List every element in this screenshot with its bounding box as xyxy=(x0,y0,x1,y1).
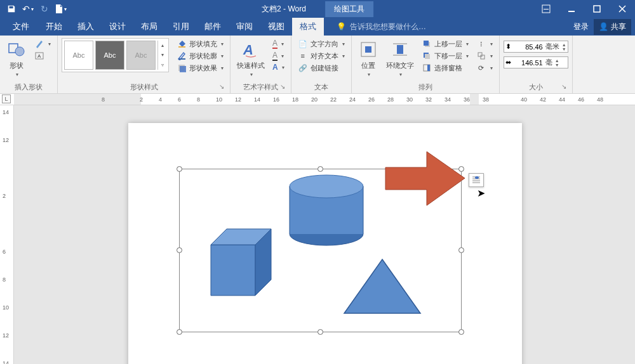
size-dialog-launcher[interactable]: ↘ xyxy=(559,83,568,92)
shape-cylinder[interactable] xyxy=(287,174,366,247)
redo-button[interactable]: ↻ xyxy=(37,1,52,16)
document-area: 1412268101214 ➤ xyxy=(0,105,635,364)
group-label-insert-shapes: 插入形状 xyxy=(4,81,53,93)
share-icon: 👤 xyxy=(599,22,608,31)
ruler-horizontal[interactable]: L 82468101214161820222426283032343638404… xyxy=(0,94,635,105)
quick-styles-label: 快速样式 xyxy=(237,61,265,70)
ribbon: 形状 ▾ ▾ A 插入形状 Abc Abc Abc ▴▾▿ 形状填充▾ 形状轮廓… xyxy=(0,36,635,94)
svg-point-5 xyxy=(15,47,24,56)
style-swatch-2[interactable]: Abc xyxy=(95,41,124,70)
svg-rect-8 xyxy=(178,46,185,48)
minimize-button[interactable] xyxy=(559,0,584,18)
svg-rect-9 xyxy=(178,58,185,60)
shape-fill-button[interactable]: 形状填充▾ xyxy=(174,38,226,49)
text-fill-button[interactable]: A▾ xyxy=(270,38,287,49)
tab-layout[interactable]: 布局 xyxy=(133,18,165,36)
position-icon xyxy=(358,39,378,60)
resize-handle-ml[interactable] xyxy=(177,247,182,253)
svg-rect-1 xyxy=(544,9,549,10)
shape-outline-button[interactable]: 形状轮廓▾ xyxy=(174,50,226,62)
text-outline-button[interactable]: A▾ xyxy=(270,50,287,62)
resize-handle-bm[interactable] xyxy=(318,329,323,335)
shape-arrow-right[interactable] xyxy=(382,148,468,209)
tab-view[interactable]: 视图 xyxy=(260,18,292,36)
tab-file[interactable]: 文件 xyxy=(4,18,38,36)
resize-handle-mr[interactable] xyxy=(458,247,464,253)
style-swatch-1[interactable]: Abc xyxy=(64,41,93,70)
layout-options-icon xyxy=(471,176,481,185)
edit-shape-button[interactable]: ▾ xyxy=(32,38,53,49)
text-direction-button[interactable]: 📄文字方向▾ xyxy=(295,38,347,49)
svg-rect-15 xyxy=(397,45,403,54)
tab-mailings[interactable]: 邮件 xyxy=(197,18,229,36)
resize-handle-tm[interactable] xyxy=(318,166,323,172)
wrap-text-button[interactable]: 环绕文字▾ xyxy=(384,38,417,79)
bring-forward-button[interactable]: 上移一层▾ xyxy=(419,38,471,49)
shape-cube[interactable] xyxy=(208,226,281,299)
shape-effects-button[interactable]: 形状效果▾ xyxy=(174,62,226,74)
create-link-button[interactable]: 🔗创建链接 xyxy=(295,62,347,74)
tab-review[interactable]: 审阅 xyxy=(229,18,260,36)
tab-format[interactable]: 格式 xyxy=(292,18,324,36)
text-box-button[interactable]: A xyxy=(32,50,53,62)
tell-me-search[interactable]: 💡 告诉我您想要做什么… xyxy=(337,18,426,36)
resize-handle-bl[interactable] xyxy=(177,329,182,335)
svg-rect-21 xyxy=(425,54,430,59)
shape-styles-dialog-launcher[interactable]: ↘ xyxy=(217,83,226,92)
close-button[interactable] xyxy=(610,0,635,18)
undo-button[interactable]: ↶▾ xyxy=(20,1,36,16)
tab-home[interactable]: 开始 xyxy=(38,18,70,36)
svg-rect-11 xyxy=(180,66,186,72)
group-button[interactable]: ▾ xyxy=(474,50,495,62)
rotate-icon: ⟳ xyxy=(476,63,486,73)
login-button[interactable]: 登录 xyxy=(573,22,589,32)
tab-design[interactable]: 设计 xyxy=(102,18,133,36)
ribbon-options-button[interactable] xyxy=(533,0,559,18)
title-center: 文档2 - Word 绘图工具 xyxy=(262,1,373,17)
align-icon: ⫶ xyxy=(476,39,486,49)
height-field[interactable] xyxy=(514,43,543,51)
resize-handle-tl[interactable] xyxy=(177,166,182,172)
text-effects-button[interactable]: A▾ xyxy=(270,62,287,72)
svg-rect-14 xyxy=(365,46,371,53)
shapes-gallery-button[interactable]: 形状 ▾ xyxy=(4,38,29,79)
svg-rect-19 xyxy=(424,41,429,46)
tab-selector[interactable]: L xyxy=(2,94,11,103)
share-button[interactable]: 👤 共享 xyxy=(594,19,631,35)
shapes-label: 形状 xyxy=(10,61,23,70)
forward-icon xyxy=(422,39,432,49)
text-direction-icon: 📄 xyxy=(298,39,308,49)
title-bar: ↶▾ ↻ ▾ 文档2 - Word 绘图工具 xyxy=(0,0,635,18)
quick-styles-button[interactable]: A 快速样式 ▾ xyxy=(234,38,267,79)
group-size: ⬍ 毫米 ▲▼ ⬌ 毫 ▲▼ 大小↘ xyxy=(500,36,573,93)
document-scroll[interactable]: ➤ xyxy=(14,105,635,364)
svg-rect-3 xyxy=(594,6,600,12)
style-swatch-3[interactable]: Abc xyxy=(126,41,156,70)
height-input[interactable]: ⬍ 毫米 ▲▼ xyxy=(504,41,568,53)
position-button[interactable]: 位置▾ xyxy=(356,38,381,79)
tab-insert[interactable]: 插入 xyxy=(70,18,102,36)
width-field[interactable] xyxy=(514,59,543,67)
wordart-dialog-launcher[interactable]: ↘ xyxy=(278,83,287,92)
gallery-more[interactable]: ▴▾▿ xyxy=(157,41,166,70)
width-input[interactable]: ⬌ 毫 ▲▼ xyxy=(504,56,568,68)
align-text-button[interactable]: ≡对齐文本▾ xyxy=(295,50,347,62)
file-new-button[interactable]: ▾ xyxy=(53,1,69,16)
save-button[interactable] xyxy=(4,1,19,16)
group-label-shape-styles: 形状样式 xyxy=(130,83,158,91)
maximize-button[interactable] xyxy=(584,0,610,18)
ruler-vertical[interactable]: 1412268101214 xyxy=(0,105,14,364)
shape-triangle[interactable] xyxy=(341,256,424,316)
shape-style-gallery[interactable]: Abc Abc Abc ▴▾▿ xyxy=(62,38,169,72)
selection-pane-button[interactable]: 选择窗格 xyxy=(419,62,471,74)
svg-point-28 xyxy=(290,175,363,198)
align-button[interactable]: ⫶▾ xyxy=(474,38,495,49)
layout-options-button[interactable] xyxy=(469,173,484,187)
rotate-button[interactable]: ⟳▾ xyxy=(474,62,495,74)
group-arrange: 位置▾ 环绕文字▾ 上移一层▾ 下移一层▾ 选择窗格 ⫶▾ ▾ ⟳▾ 排列 xyxy=(352,36,500,93)
send-backward-button[interactable]: 下移一层▾ xyxy=(419,50,471,62)
effects-icon xyxy=(177,63,187,73)
resize-handle-br[interactable] xyxy=(458,329,464,335)
share-label: 共享 xyxy=(611,22,626,32)
tab-references[interactable]: 引用 xyxy=(165,18,197,36)
